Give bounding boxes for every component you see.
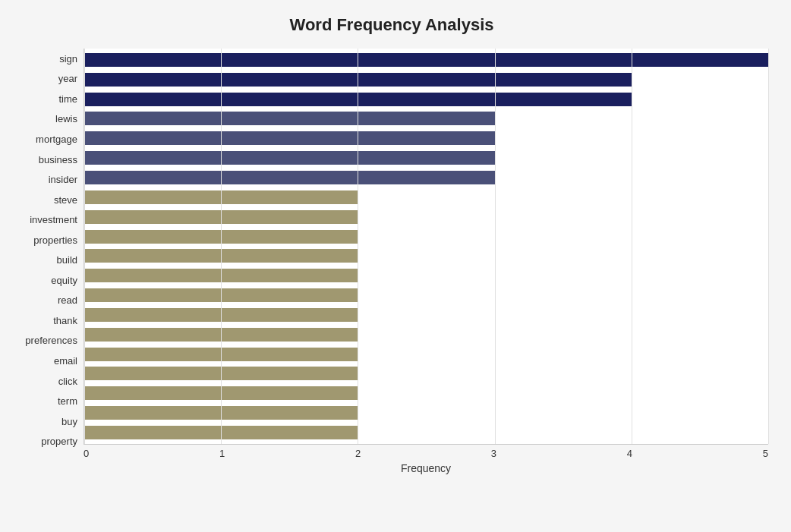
y-axis: signyeartimelewismortgagebusinessinsider… — [15, 49, 84, 474]
bar — [84, 131, 495, 145]
bar — [84, 151, 495, 165]
x-tick: 4 — [627, 448, 632, 459]
y-label: thank — [53, 311, 77, 329]
bar — [84, 269, 358, 282]
y-label: click — [58, 372, 77, 390]
bars-container — [84, 49, 768, 445]
bar — [84, 288, 358, 302]
y-label: sign — [59, 49, 77, 68]
bar-row — [84, 91, 768, 108]
bar — [84, 406, 358, 420]
y-label: year — [58, 70, 77, 88]
bar-row — [84, 267, 768, 284]
bar-row — [84, 247, 768, 264]
bar-row — [84, 424, 768, 441]
grid-line — [768, 49, 769, 444]
bar-row — [84, 110, 768, 127]
bar — [84, 328, 358, 342]
bar — [84, 367, 358, 380]
x-tick: 1 — [219, 448, 225, 459]
chart-container: Word Frequency Analysis signyeartimelewi… — [0, 0, 791, 532]
y-label: properties — [33, 231, 77, 249]
x-axis-label: Frequency — [84, 462, 768, 474]
y-label: investment — [30, 211, 77, 229]
chart-title: Word Frequency Analysis — [15, 15, 768, 35]
bar-row — [84, 189, 768, 206]
y-label: property — [41, 433, 77, 451]
chart-area: signyeartimelewismortgagebusinessinsider… — [15, 49, 768, 474]
bar — [84, 348, 358, 361]
y-label: mortgage — [36, 130, 77, 148]
y-label: insider — [49, 171, 77, 189]
y-label: steve — [54, 190, 77, 209]
bar-row — [84, 52, 768, 68]
bar — [84, 190, 358, 204]
x-tick: 0 — [84, 448, 89, 459]
y-label: business — [39, 150, 77, 168]
bar — [84, 112, 495, 125]
y-label: equity — [51, 271, 77, 289]
bar-row — [84, 209, 768, 225]
bar — [84, 308, 358, 322]
bar — [84, 171, 495, 184]
bar-row — [84, 307, 768, 323]
bar-row — [84, 287, 768, 304]
y-label: buy — [61, 412, 77, 430]
bar-row — [84, 405, 768, 421]
bar-row — [84, 346, 768, 363]
bar-row — [84, 385, 768, 401]
y-label: term — [58, 392, 77, 411]
bar — [84, 210, 358, 224]
bar-row — [84, 150, 768, 166]
x-tick: 3 — [491, 448, 496, 459]
bar — [84, 230, 358, 244]
y-label: lewis — [55, 110, 77, 128]
bar-row — [84, 169, 768, 186]
y-label: read — [58, 291, 77, 310]
x-axis: 012345 — [84, 445, 768, 459]
bar — [84, 73, 632, 87]
bar-row — [84, 326, 768, 343]
bar — [84, 53, 768, 67]
plot-area: 012345 Frequency — [84, 49, 768, 474]
y-label: time — [58, 90, 77, 108]
bar-row — [84, 365, 768, 382]
x-tick: 2 — [355, 448, 361, 459]
x-tick: 5 — [763, 448, 768, 459]
x-axis-wrapper: 012345 Frequency — [84, 445, 768, 474]
bar — [84, 386, 358, 400]
bar-row — [84, 228, 768, 245]
bar-row — [84, 71, 768, 88]
y-label: preferences — [25, 332, 77, 350]
bar — [84, 93, 632, 106]
bar — [84, 426, 358, 439]
bar — [84, 249, 358, 263]
y-label: email — [54, 351, 77, 370]
bar-row — [84, 130, 768, 146]
y-label: build — [57, 251, 77, 269]
